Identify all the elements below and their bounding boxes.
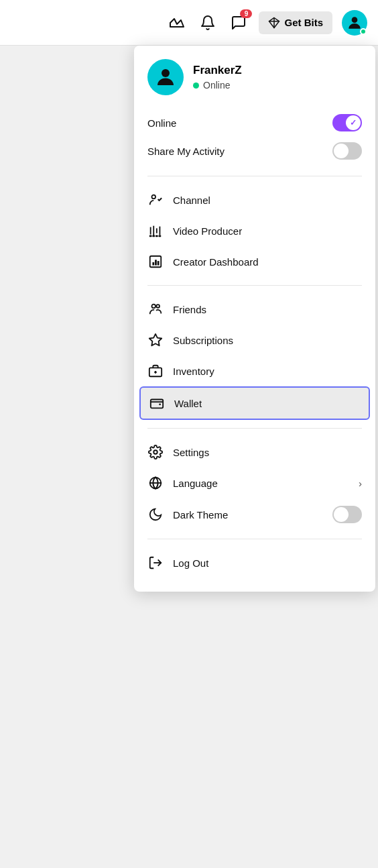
menu-item-inventory[interactable]: Inventory	[134, 356, 375, 386]
svg-point-5	[152, 195, 156, 199]
svg-point-3	[352, 17, 358, 23]
dark-theme-icon	[147, 506, 164, 523]
messages-icon[interactable]: 9	[228, 12, 249, 34]
online-toggle-label: Online	[147, 117, 176, 129]
menu-item-channel[interactable]: Channel	[134, 184, 375, 215]
channel-icon	[147, 192, 164, 208]
profile-username: FrankerZ	[193, 64, 242, 77]
wallet-icon	[149, 395, 165, 411]
divider-4	[147, 539, 362, 539]
divider-2	[147, 285, 362, 286]
online-toggle-thumb: ✓	[346, 115, 361, 130]
share-activity-toggle-thumb	[334, 144, 349, 158]
toggle-section: Online ✓ Share My Activity	[134, 106, 375, 170]
menu-item-creator-dashboard[interactable]: Creator Dashboard	[134, 246, 375, 277]
svg-rect-12	[155, 235, 158, 237]
user-avatar-button[interactable]	[342, 10, 367, 36]
notification-badge: 9	[240, 9, 252, 18]
online-toggle[interactable]: ✓	[332, 114, 362, 131]
crown-icon[interactable]	[166, 12, 188, 34]
svg-rect-16	[155, 260, 157, 265]
user-dropdown: FrankerZ Online Online ✓ Share My Activi…	[134, 46, 375, 592]
profile-status: Online	[193, 80, 242, 91]
profile-info: FrankerZ Online	[193, 64, 242, 91]
language-chevron-icon: ›	[359, 478, 362, 489]
creator-dashboard-icon	[147, 254, 164, 270]
menu-section-creator: Channel Video Producer	[134, 182, 375, 280]
svg-rect-15	[152, 262, 154, 266]
settings-icon	[147, 444, 164, 460]
svg-rect-17	[158, 261, 160, 265]
menu-section-settings: Settings Language › Dark Theme	[134, 434, 375, 533]
menu-section-logout: Log Out	[134, 545, 375, 581]
subscriptions-icon	[147, 332, 164, 348]
menu-item-language[interactable]: Language ›	[134, 468, 375, 498]
bell-icon[interactable]	[197, 12, 218, 34]
menu-item-friends[interactable]: Friends	[134, 294, 375, 325]
profile-avatar	[147, 59, 184, 95]
svg-point-19	[156, 305, 160, 308]
get-bits-button[interactable]: Get Bits	[259, 11, 332, 34]
inventory-icon	[147, 363, 164, 379]
menu-item-wallet[interactable]: Wallet	[139, 386, 370, 420]
menu-item-settings[interactable]: Settings	[134, 437, 375, 468]
profile-avatar-icon	[153, 65, 178, 89]
share-activity-label: Share My Activity	[147, 146, 225, 157]
menu-item-dark-theme[interactable]: Dark Theme	[134, 498, 375, 531]
divider-1	[147, 176, 362, 176]
divider-3	[147, 428, 362, 429]
dark-theme-toggle[interactable]	[332, 506, 362, 523]
svg-point-4	[162, 69, 170, 77]
menu-item-logout[interactable]: Log Out	[134, 547, 375, 578]
share-activity-toggle-row: Share My Activity	[147, 137, 362, 165]
logout-icon	[147, 555, 164, 571]
menu-item-subscriptions[interactable]: Subscriptions	[134, 325, 375, 356]
svg-rect-10	[149, 235, 152, 237]
svg-point-18	[152, 305, 156, 309]
menu-section-social: Friends Subscriptions Inventory	[134, 291, 375, 423]
svg-rect-24	[151, 400, 163, 409]
svg-point-25	[159, 403, 161, 405]
dark-theme-toggle-thumb	[334, 507, 349, 522]
svg-marker-20	[149, 334, 162, 345]
toggle-check-mark: ✓	[350, 118, 357, 127]
online-toggle-row: Online ✓	[147, 109, 362, 137]
avatar-online-indicator	[360, 28, 367, 35]
video-producer-icon	[147, 223, 164, 239]
share-activity-toggle[interactable]	[332, 142, 362, 160]
svg-point-26	[153, 450, 158, 454]
svg-rect-11	[152, 235, 155, 237]
topbar: 9 Get Bits	[0, 0, 378, 46]
svg-rect-13	[159, 235, 162, 237]
language-icon	[147, 475, 164, 491]
menu-item-video-producer[interactable]: Video Producer	[134, 215, 375, 246]
profile-section: FrankerZ Online	[134, 46, 375, 106]
friends-icon	[147, 301, 164, 317]
bits-diamond-icon	[268, 17, 280, 29]
status-dot	[193, 83, 199, 89]
